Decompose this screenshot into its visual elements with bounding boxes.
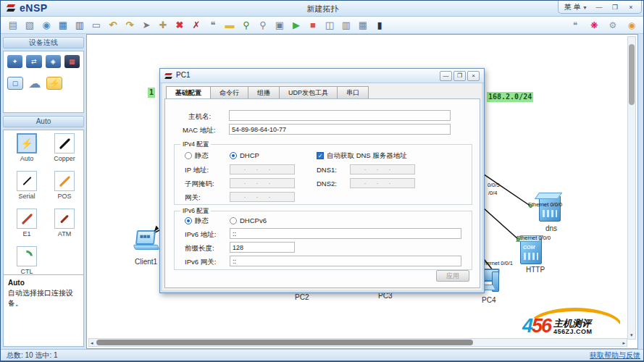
ipv4-static-radio[interactable]	[185, 152, 192, 159]
pan-tool-icon[interactable]: ✚	[155, 18, 171, 32]
http-server-icon[interactable]: COM	[520, 238, 542, 264]
connection-pos[interactable]: POS	[46, 171, 83, 207]
gateway-label: 网关:	[185, 193, 201, 203]
save-screenshot-icon[interactable]: ◉	[38, 18, 54, 32]
forum-icon[interactable]: ❋	[585, 18, 603, 32]
dns-auto-checkbox[interactable]: ✓	[317, 152, 324, 159]
copper-link-icon	[59, 138, 70, 149]
menu-button[interactable]: 菜 单 ▼	[561, 2, 591, 12]
stop-device-icon[interactable]: ■	[305, 18, 321, 32]
ensp-dialog-icon	[164, 72, 173, 80]
cli-console-icon[interactable]: ▮	[372, 18, 388, 32]
ip-address-input: ···	[230, 164, 295, 174]
save-as-icon[interactable]: ▥	[72, 18, 88, 32]
close-button[interactable]: ×	[624, 2, 638, 12]
wlan-category-icon[interactable]: ◈	[46, 55, 61, 68]
vertical-scrollbar[interactable]: ▾	[627, 36, 636, 340]
subnet-mask-label: 子网掩码:	[185, 180, 214, 189]
connection-auto[interactable]: ⚡ Auto	[8, 133, 46, 169]
terminal-category-icon[interactable]: ▢	[7, 77, 23, 90]
help-feedback-link[interactable]: 获取帮助与反馈	[590, 350, 640, 361]
tab-serial-port[interactable]: 串口	[338, 86, 369, 99]
connection-atm[interactable]: ATM	[46, 209, 83, 245]
minimize-button[interactable]: —	[592, 2, 606, 12]
router-category-icon[interactable]: ✦	[7, 55, 22, 68]
mac-address-input[interactable]	[229, 124, 451, 135]
restore-button[interactable]: ❐	[608, 2, 622, 12]
save-icon[interactable]: ▦	[55, 18, 71, 32]
feedback-icon[interactable]: ❝	[566, 18, 584, 32]
horizontal-scroll-thumb[interactable]	[96, 340, 473, 345]
zoom-out-icon[interactable]: ⚲	[255, 18, 271, 32]
firewall-category-icon[interactable]: ▦	[64, 55, 80, 68]
link-endpoint-dot	[517, 237, 520, 241]
tab-command-line[interactable]: 命令行	[211, 86, 248, 99]
status-bar: 总数: 10 选中: 1 获取帮助与反馈	[1, 349, 644, 361]
settings-icon[interactable]: ⚙	[604, 18, 622, 32]
watermark-brand: 主机测评	[553, 319, 593, 328]
undo-icon[interactable]: ↶	[105, 18, 121, 32]
dialog-close-button[interactable]: ×	[467, 71, 480, 81]
atm-link-icon	[60, 214, 69, 223]
dialog-minimize-button[interactable]: —	[440, 71, 452, 81]
ip-address-label: IP 地址:	[185, 166, 209, 175]
print-icon[interactable]: ▭	[88, 18, 104, 32]
tab-basic-config[interactable]: 基础配置	[166, 86, 211, 99]
pc1-config-dialog: PC1 — ❐ × 基础配置 命令行 组播 UDP发包工具 串口 主机名: MA…	[159, 68, 485, 293]
ipv6-address-label: IPv6 地址:	[185, 230, 216, 240]
hostname-label: 主机名:	[188, 112, 211, 122]
connection-serial[interactable]: Serial	[8, 171, 46, 207]
zoom-in-icon[interactable]: ⚲	[238, 18, 254, 32]
title-bar: eNSP 新建拓扑 菜 单 ▼ — ❐ ×	[1, 1, 644, 17]
interface-label: Ethernet 0/0/0	[517, 235, 551, 241]
serial-link-icon	[22, 177, 31, 185]
connections-category-icon[interactable]: ⚡	[46, 77, 62, 90]
client1-device-icon[interactable]: ▦▦▦	[133, 230, 159, 252]
ipv4-dhcp-radio[interactable]	[230, 152, 237, 159]
about-help-icon[interactable]: ◉	[623, 18, 640, 32]
subnet-mask-input: ···	[230, 178, 295, 188]
vertical-scroll-thumb[interactable]	[629, 44, 635, 105]
interface-label: /0/4	[488, 190, 498, 196]
annotation-icon[interactable]: ❝	[205, 18, 221, 32]
prefix-length-input[interactable]	[230, 242, 295, 253]
prefix-length-label: 前缀长度:	[185, 244, 214, 253]
start-device-icon[interactable]: ▶	[288, 18, 304, 32]
dns2-label: DNS2:	[317, 180, 337, 188]
new-topology-icon[interactable]: ▤	[5, 18, 21, 32]
connection-e1[interactable]: E1	[8, 209, 46, 245]
tab-multicast[interactable]: 组播	[248, 86, 280, 99]
ipv6-address-input[interactable]	[230, 228, 461, 239]
ipv6-gateway-label: IPv6 网关:	[185, 258, 216, 267]
ipv6-gateway-input[interactable]	[230, 256, 461, 266]
selection-summary: 总数: 10 选中: 1	[7, 351, 58, 359]
dialog-maximize-button[interactable]: ❐	[453, 71, 466, 81]
dns-server-icon[interactable]	[539, 195, 561, 222]
redo-icon[interactable]: ↷	[122, 18, 138, 32]
other-device-category-icon[interactable]: ☁	[27, 77, 43, 90]
delete-icon[interactable]: ✖	[172, 18, 188, 32]
connection-copper[interactable]: Copper	[46, 133, 83, 169]
grid-view-icon[interactable]: ▦	[355, 18, 371, 32]
basic-config-panel: 主机名: MAC 地址: IPv4 配置 静态 DHCP ✓ 自动获取 DNS …	[164, 98, 480, 288]
delete-restore-icon[interactable]: ✗	[188, 18, 204, 32]
select-tool-icon[interactable]: ➤	[138, 18, 154, 32]
apply-button[interactable]: 应用	[436, 270, 469, 282]
actual-size-icon[interactable]: ▣	[272, 18, 288, 32]
ipv6-config-group: IPv6 配置 静态 DHCPv6 IPv6 地址: 前缀长度: IPv6 网关…	[174, 211, 472, 270]
ipv6-dhcpv6-radio[interactable]	[230, 217, 237, 224]
open-topology-icon[interactable]: ▧	[22, 18, 38, 32]
pc4-label: PC4	[482, 296, 495, 304]
dialog-title-bar[interactable]: PC1 — ❐ ×	[160, 69, 484, 83]
data-view-icon[interactable]: ▥	[338, 18, 354, 32]
ipv6-static-radio[interactable]	[185, 217, 192, 224]
text-note-icon[interactable]: ▬	[222, 18, 238, 32]
packet-capture-icon[interactable]: ◫	[322, 18, 338, 32]
dns2-input: ···	[350, 178, 415, 188]
switch-category-icon[interactable]: ⇄	[26, 55, 41, 68]
interface-label: hernet 0/0/1	[484, 260, 513, 266]
window-controls: 菜 单 ▼ — ❐ ×	[558, 1, 643, 14]
tab-udp-tool[interactable]: UDP发包工具	[280, 86, 338, 99]
hostname-input[interactable]	[229, 110, 451, 121]
interface-label: 0/0/5	[488, 182, 500, 188]
